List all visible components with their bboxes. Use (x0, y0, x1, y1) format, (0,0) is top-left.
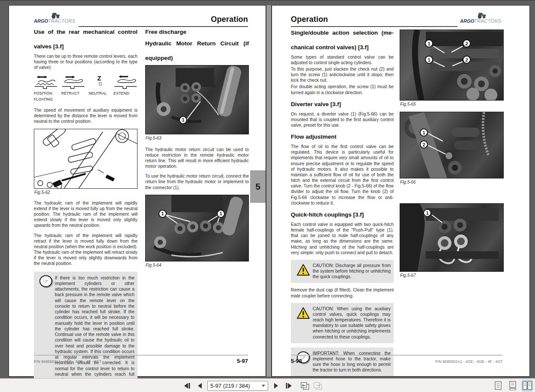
right-page-header: Operation ARGOTRACTORS (291, 12, 503, 30)
dual-page-view-button[interactable] (522, 380, 533, 391)
retract-label: RETRACT (61, 91, 85, 97)
part-number: P/N 6695502A1 - 4GE - 4GB - 4F - 4GT (34, 359, 102, 364)
paragraph: The hydraulic ram of the implement will … (34, 233, 137, 267)
manual-page-5-98: Operation ARGOTRACTORS Single/double act… (272, 5, 530, 377)
retract-lever-icon (61, 74, 85, 90)
dropdown-arrow-icon (262, 385, 265, 387)
page-navigation-group: 5-97 (219 / 384) (182, 379, 323, 392)
figure-caption: Fig.5-64 (146, 263, 249, 267)
figure-caption: Fig.5-67 (400, 273, 504, 278)
paragraph: To use the hydraulic motor return circui… (145, 173, 249, 190)
argo-tractors-logo: ARGOTRACTORS (460, 11, 503, 25)
warning-triangle-icon (296, 264, 310, 276)
left-page-column-2: Free discharge Hydraulic Motor Return Ci… (145, 29, 249, 267)
position-floating-label: POSITION FLOATING (34, 91, 58, 102)
previous-view-button[interactable] (300, 380, 310, 391)
extend-lever-icon (114, 74, 137, 90)
tractor-icon (476, 12, 487, 19)
logo-tractors: TRACTORS (474, 18, 502, 24)
paragraph: The hydraulic ram of the implement will … (34, 200, 137, 229)
page-number: 5-98 (291, 358, 302, 364)
previous-page-button[interactable] (194, 380, 205, 391)
next-page-icon (273, 383, 279, 389)
manual-page-5-97: ARGOTRACTORS Operation Use of the rear m… (9, 5, 266, 377)
callout-2: 2 (463, 56, 471, 64)
callout-2: 2 (463, 39, 471, 48)
callout-1: 1 (423, 209, 431, 217)
retract-item: RETRACT (61, 74, 85, 102)
next-view-button[interactable] (313, 380, 323, 391)
figure-photo-5-66: 1 2 (400, 112, 504, 178)
callout-1: 1 (420, 128, 428, 137)
page-number-dropdown[interactable]: 5-97 (219 / 384) (207, 381, 268, 391)
paragraph: There can be up to three remote control … (34, 53, 137, 71)
last-page-button[interactable] (284, 380, 294, 391)
extend-label: EXTEND (114, 91, 137, 97)
first-page-button[interactable] (182, 380, 192, 391)
figure-caption: Fig.5-62 (34, 190, 137, 195)
extend-item: EXTEND (114, 74, 137, 102)
pointing-hand-icon: ☞ (39, 275, 52, 287)
last-page-icon (285, 383, 293, 389)
continuous-view-button[interactable] (507, 380, 518, 391)
caution-box: CAUTION: When using the auxiliary contro… (291, 303, 394, 343)
paragraph: Each control valve is equipped with two … (291, 222, 394, 255)
section-heading-flow: Flow adjustment (291, 134, 394, 141)
callout-1: 1 (217, 210, 225, 218)
caution-box: CAUTION: Discharge all pressure from the… (291, 260, 394, 283)
right-page-title: Operation (291, 15, 328, 24)
paragraph: The flow of oil to the first control val… (291, 144, 394, 206)
logo-argo: ARGO (34, 18, 48, 24)
paragraph: The hydraulic motor return circuit can b… (145, 147, 249, 169)
part-number: P/N 6695502A1 - 4GE - 4GB - 4F - 4GT (435, 359, 503, 364)
section-heading-hyd-motor: Hydraulic Motor Return Circuit (if equip… (145, 40, 249, 62)
logo-argo: ARGO (460, 18, 474, 24)
section-heading-quick-hitch: Quick-hitch couplings [3.f] (291, 211, 394, 219)
neutral-symbol: Z (89, 74, 110, 90)
next-page-button[interactable] (271, 380, 281, 391)
callout-1: 1 (158, 210, 167, 218)
floating-lever-icon (34, 74, 58, 90)
position-floating-item: POSITION FLOATING (34, 74, 58, 102)
section-heading-free-discharge: Free discharge (145, 29, 249, 36)
caution-icon-wrap (294, 306, 313, 340)
page-number: 5-97 (237, 358, 248, 364)
left-page-header: ARGOTRACTORS Operation (34, 12, 248, 30)
right-page-text-column: Single/double action selection (me- chan… (291, 30, 394, 378)
paragraph: On request, a diverter valve (1) (Fig.5-… (291, 111, 394, 128)
section-heading-rear-valves: Use of the rear mechanical control valve… (34, 29, 137, 50)
paragraph: Some types of standard control valve can… (291, 54, 394, 65)
logo-wordmark: ARGOTRACTORS (34, 18, 75, 24)
lever-position-diagrams: POSITION FLOATING RETRACT (34, 74, 137, 102)
figure-caption: Fig.5-65 (400, 102, 504, 107)
paragraph: The speed of movement of auxiliary equip… (34, 107, 137, 125)
paragraph: Remove the dust cap (if fitted). Clean t… (291, 287, 394, 298)
continuous-view-icon (509, 381, 516, 390)
next-view-icon (313, 382, 323, 390)
figure-photo-5-67: 1 (400, 203, 504, 272)
callout-1: 1 (425, 39, 433, 48)
viewer-toolbar: 5-97 (219 / 384) (0, 378, 535, 392)
callout-2: 2 (420, 140, 428, 148)
pdf-viewer-canvas: ARGOTRACTORS Operation Use of the rear m… (0, 0, 535, 378)
neutral-label: NEUTRAL (89, 91, 110, 97)
figure-drawing-5-62 (34, 129, 137, 189)
neutral-item: Z NEUTRAL (89, 74, 110, 102)
logo-wordmark: ARGOTRACTORS (460, 18, 502, 24)
right-page-footer: 5-98 P/N 6695502A1 - 4GE - 4GB - 4F - 4G… (291, 355, 503, 364)
page-spine-gap (266, 5, 272, 377)
logo-tractors: TRACTORS (48, 18, 75, 24)
right-page-figures-column: 1 2 1 2 Fig.5-65 (400, 30, 504, 278)
caution-text: CAUTION: When using the auxiliary contro… (313, 306, 391, 340)
callout-1: 1 (425, 56, 433, 64)
paragraph: For double acting operation, the screw (… (291, 84, 394, 95)
first-page-icon (183, 383, 191, 389)
caution-icon-wrap (294, 263, 313, 280)
figure-photo-5-65: 1 2 1 2 (400, 30, 504, 101)
left-page-footer: P/N 6695502A1 - 4GE - 4GB - 4F - 4GT 5-9… (34, 355, 248, 364)
callout-1: 1 (179, 116, 187, 124)
dual-page-view-icon (523, 381, 532, 390)
section-heading-single-double: Single/double action selection (me- chan… (291, 30, 394, 51)
single-page-view-icon (495, 381, 502, 390)
single-page-view-button[interactable] (493, 380, 504, 391)
